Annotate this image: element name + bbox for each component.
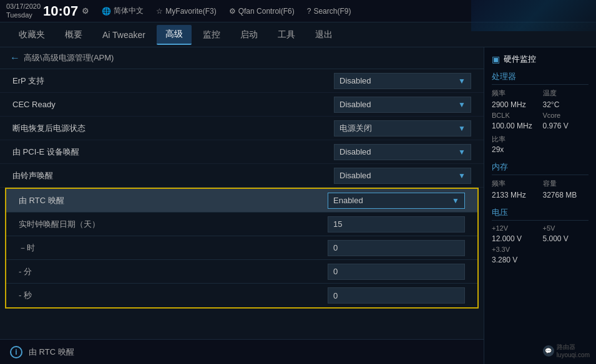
time-display: 10:07	[43, 3, 78, 19]
rtc-wake-label: 由 RTC 映醒	[19, 195, 64, 206]
v12-value: 12.000 V	[492, 234, 538, 243]
setting-row-power-restore: 断电恢复后电源状态 电源关闭 ▼	[0, 117, 484, 140]
hw-section-cpu: 处理器 频率 温度 2900 MHz 32°C BCLK Vcore 100.0…	[492, 71, 589, 154]
left-panel: ← 高级\高级电源管理(APM) ErP 支持 Disabled ▼ CEC R…	[0, 47, 484, 364]
ring-wake-dropdown[interactable]: Disabled ▼	[334, 168, 471, 184]
v5-value: 5.000 V	[543, 234, 589, 243]
watermark: 💬 路由器luyouqi.com	[543, 343, 590, 359]
rtc-wake-group: 由 RTC 映醒 Enabled ▼ 实时钟唤醒日期（天） －时 - 分	[5, 188, 479, 309]
myfavorite-menu[interactable]: ☆ MyFavorite(F3)	[156, 6, 216, 16]
chevron-down-icon: ▼	[458, 124, 466, 133]
rtc-sec-row: - 秒	[6, 284, 477, 307]
hw-section-memory: 内存 频率 容量 2133 MHz 32768 MB	[492, 161, 589, 199]
nav-item-advanced[interactable]: 高级	[157, 25, 192, 45]
search-icon: ?	[307, 7, 311, 16]
mem-freq-label: 频率	[492, 179, 538, 188]
rtc-wake-row: 由 RTC 映醒 Enabled ▼	[6, 189, 477, 213]
chevron-down-icon: ▼	[458, 148, 466, 156]
vcore-value: 0.976 V	[543, 122, 589, 130]
rtc-min-row: - 分	[6, 260, 477, 284]
cec-dropdown[interactable]: Disabled ▼	[334, 97, 471, 113]
bottom-info-bar: i 由 RTC 映醒	[0, 339, 484, 364]
rtc-day-row: 实时钟唤醒日期（天）	[6, 213, 477, 236]
rtc-wake-dropdown[interactable]: Enabled ▼	[328, 193, 465, 209]
nav-item-exit[interactable]: 退出	[306, 26, 341, 44]
nav-item-ai-tweaker[interactable]: Ai Tweaker	[94, 26, 154, 44]
mem-cap-label: 容量	[543, 179, 589, 188]
bottom-info-text: 由 RTC 映醒	[29, 347, 74, 358]
rtc-hour-input[interactable]	[328, 240, 465, 256]
setting-row-pcie-wake: 由 PCI-E 设备唤醒 Disabled ▼	[0, 140, 484, 164]
bclk-label: BCLK	[492, 112, 538, 119]
breadcrumb: ← 高级\高级电源管理(APM)	[0, 47, 484, 69]
lang-icon: 🌐	[102, 7, 111, 16]
voltage-section-title: 电压	[492, 207, 589, 221]
top-bar: 03/17/2020 Tuesday 10:07 ⚙ 🌐 简体中文 ☆ MyFa…	[0, 0, 596, 22]
v33-value: 3.280 V	[492, 256, 538, 264]
nav-item-favorites[interactable]: 收藏夹	[10, 26, 54, 44]
cpu-temp-label: 温度	[543, 89, 589, 98]
rtc-sec-input[interactable]	[328, 287, 465, 304]
ratio-value: 29x	[492, 145, 589, 154]
right-panel: ▣ 硬件监控 处理器 频率 温度 2900 MHz 32°C BCLK Vcor…	[484, 47, 596, 364]
cpu-temp-value: 32°C	[543, 100, 589, 109]
watermark-icon: 💬	[543, 345, 554, 357]
qfan-icon: ⚙	[229, 7, 236, 16]
mem-cap-value: 32768 MB	[543, 191, 589, 199]
ratio-label: 比率	[492, 135, 506, 143]
chevron-down-icon: ▼	[458, 100, 466, 109]
cpu-freq-label: 频率	[492, 89, 538, 98]
monitor-icon: ▣	[492, 54, 500, 64]
qfan-menu[interactable]: ⚙ Qfan Control(F6)	[229, 6, 295, 16]
v33-empty	[543, 246, 589, 253]
v5-label: +5V	[543, 224, 589, 232]
erp-dropdown[interactable]: Disabled ▼	[334, 73, 471, 89]
chevron-down-icon: ▼	[458, 77, 466, 85]
pcie-wake-dropdown[interactable]: Disabled ▼	[334, 144, 471, 160]
power-restore-dropdown[interactable]: 电源关闭 ▼	[334, 120, 471, 136]
cpu-freq-value: 2900 MHz	[492, 100, 538, 109]
rtc-hour-row: －时	[6, 236, 477, 260]
chevron-down-icon: ▼	[458, 171, 466, 180]
rtc-sec-label: - 秒	[19, 290, 32, 301]
rtc-min-input[interactable]	[328, 264, 465, 280]
nav-item-boot[interactable]: 启动	[232, 26, 266, 44]
hw-section-voltage: 电压 +12V +5V 12.000 V 5.000 V +3.3V 3.280…	[492, 207, 589, 264]
cpu-section-title: 处理器	[492, 71, 589, 85]
rtc-day-input[interactable]	[328, 216, 465, 232]
setting-row-cec: CEC Ready Disabled ▼	[0, 93, 484, 117]
nav-item-overview[interactable]: 概要	[56, 26, 91, 44]
v33-label: +3.3V	[492, 246, 538, 253]
gear-icon[interactable]: ⚙	[82, 6, 89, 16]
date-display: 03/17/2020	[6, 2, 41, 11]
nav-bar: 收藏夹 概要 Ai Tweaker 高级 监控 启动 工具 退出	[0, 22, 596, 47]
ring-wake-label: 由铃声唤醒	[12, 170, 53, 181]
info-icon: i	[10, 346, 22, 358]
rtc-hour-label: －时	[19, 242, 35, 254]
rtc-min-label: - 分	[19, 266, 32, 277]
mem-freq-value: 2133 MHz	[492, 191, 538, 199]
back-button[interactable]: ←	[10, 52, 20, 64]
language-menu[interactable]: 🌐 简体中文	[102, 6, 144, 16]
erp-label: ErP 支持	[12, 75, 44, 87]
pcie-wake-label: 由 PCI-E 设备唤醒	[12, 146, 79, 158]
search-menu[interactable]: ? Search(F9)	[307, 6, 351, 16]
nav-item-tools[interactable]: 工具	[269, 26, 304, 44]
memory-section-title: 内存	[492, 161, 589, 175]
breadcrumb-path: 高级\高级电源管理(APM)	[24, 52, 114, 64]
day-display: Tuesday	[6, 11, 41, 19]
nav-item-monitor[interactable]: 监控	[194, 26, 229, 44]
setting-row-erp: ErP 支持 Disabled ▼	[0, 69, 484, 93]
vcore-label: Vcore	[543, 112, 589, 119]
main-content: ← 高级\高级电源管理(APM) ErP 支持 Disabled ▼ CEC R…	[0, 47, 596, 364]
chevron-down-icon: ▼	[452, 196, 459, 205]
setting-row-ring-wake: 由铃声唤醒 Disabled ▼	[0, 164, 484, 188]
bclk-value: 100.00 MHz	[492, 122, 538, 130]
rtc-day-label: 实时钟唤醒日期（天）	[19, 219, 100, 230]
myfav-icon: ☆	[156, 7, 163, 16]
hw-monitor-title: ▣ 硬件监控	[492, 54, 589, 65]
settings-list: ErP 支持 Disabled ▼ CEC Ready Disabled ▼ 断…	[0, 69, 484, 309]
v12-label: +12V	[492, 224, 538, 232]
cec-label: CEC Ready	[12, 100, 56, 109]
power-restore-label: 断电恢复后电源状态	[12, 123, 85, 134]
